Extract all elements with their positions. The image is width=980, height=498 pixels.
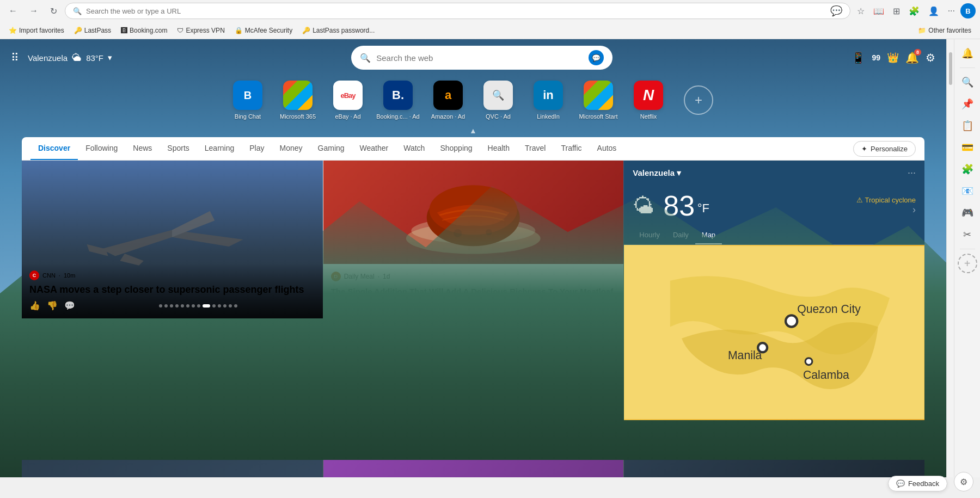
feed-tabs: Discover Following News Sports Learning … bbox=[22, 137, 924, 161]
bing-chat-search-icon[interactable]: 💬 bbox=[589, 50, 604, 65]
tab-money[interactable]: Money bbox=[272, 137, 310, 160]
sidebar-games-icon[interactable]: 🎮 bbox=[958, 203, 977, 223]
sidebar-extensions-icon[interactable]: 🧩 bbox=[958, 159, 977, 179]
favorites-icon[interactable]: ☆ bbox=[854, 4, 868, 19]
dislike-button[interactable]: 👎 bbox=[47, 300, 58, 311]
shortcut-microsoft-start[interactable]: ​ Microsoft Start bbox=[577, 81, 620, 120]
tab-traffic[interactable]: Traffic bbox=[553, 137, 589, 160]
sidebar-wallet-icon[interactable]: 💳 bbox=[958, 138, 977, 157]
settings-icon[interactable]: ⚙ bbox=[926, 51, 935, 64]
search-icon: 🔍 bbox=[73, 7, 82, 15]
bing-button[interactable]: B bbox=[960, 3, 976, 19]
collections-icon[interactable]: ⊞ bbox=[890, 4, 903, 19]
reload-button[interactable]: ↻ bbox=[46, 4, 62, 19]
bottom-card-3[interactable]: 👥 bbox=[623, 460, 924, 477]
lastpass-pw-icon: 🔑 bbox=[302, 27, 310, 34]
tab-gaming[interactable]: Gaming bbox=[310, 137, 352, 160]
bookmark-lastpass[interactable]: 🔑 LastPass bbox=[70, 25, 115, 36]
sidebar-add-button[interactable]: + bbox=[958, 254, 977, 273]
forward-button[interactable]: → bbox=[25, 4, 42, 18]
shortcut-linkedin[interactable]: in LinkedIn bbox=[526, 81, 570, 120]
shortcut-qvc[interactable]: 🔍 QVC · Ad bbox=[476, 81, 520, 120]
tab-following[interactable]: Following bbox=[78, 137, 125, 160]
shortcut-add[interactable]: + bbox=[677, 85, 720, 115]
sidebar-outlook-icon[interactable]: 📧 bbox=[958, 181, 977, 201]
device-icon[interactable]: 📱 bbox=[852, 51, 865, 64]
bottom-card-1[interactable]: 👥 bbox=[22, 460, 323, 477]
dot-13 bbox=[229, 304, 232, 308]
sidebar-favorites-icon[interactable]: 📌 bbox=[958, 94, 977, 114]
shortcut-qvc-label: QVC · Ad bbox=[486, 113, 511, 120]
tab-autos[interactable]: Autos bbox=[590, 137, 624, 160]
tab-play[interactable]: Play bbox=[242, 137, 272, 160]
scrollbar-thumb[interactable] bbox=[949, 52, 952, 85]
weather-more-icon[interactable]: ··· bbox=[908, 167, 916, 179]
dot-10 bbox=[212, 304, 216, 308]
sidebar-notifications-icon[interactable]: 🔔 bbox=[958, 44, 977, 63]
tab-learning[interactable]: Learning bbox=[197, 137, 242, 160]
sidebar-search-icon[interactable]: 🔍 bbox=[958, 72, 977, 92]
shortcut-netflix[interactable]: N Netflix bbox=[627, 81, 670, 120]
bookmark-mcafee[interactable]: 🔒 McAfee Security bbox=[230, 25, 297, 36]
right-sidebar: 🔔 🔍 📌 📋 💳 🧩 📧 🎮 ✂ + bbox=[954, 39, 980, 477]
extensions-icon[interactable]: 🧩 bbox=[905, 4, 923, 19]
shortcut-m365[interactable]: ​ Microsoft 365 bbox=[276, 81, 320, 120]
chevron-right-icon[interactable]: › bbox=[912, 204, 916, 215]
weather-map-background: Quezon City Manila Calamba bbox=[624, 245, 924, 420]
ms-start-shortcut-icon: ​ bbox=[584, 81, 613, 110]
comment-button[interactable]: 💬 bbox=[64, 300, 75, 311]
shortcut-linkedin-label: LinkedIn bbox=[537, 113, 560, 120]
bookmark-booking[interactable]: 🅱 Booking.com bbox=[117, 25, 171, 36]
crown-icon[interactable]: 👑 bbox=[887, 52, 899, 64]
tab-health[interactable]: Health bbox=[480, 137, 517, 160]
svg-point-9 bbox=[805, 358, 812, 365]
more-icon[interactable]: ··· bbox=[945, 4, 958, 18]
shortcut-ebay[interactable]: eBay eBay · Ad bbox=[326, 81, 370, 120]
tab-weather[interactable]: Weather bbox=[352, 137, 396, 160]
personalize-button[interactable]: ✦ Personalize bbox=[853, 141, 916, 157]
collapse-button[interactable]: ▲ bbox=[0, 124, 946, 137]
dot-11 bbox=[218, 304, 221, 308]
back-button[interactable]: ← bbox=[4, 4, 22, 18]
bottom-cards: 👥 👤 👥 bbox=[22, 459, 924, 477]
bottom-card-2[interactable]: 👤 bbox=[323, 460, 624, 477]
shortcut-booking[interactable]: B. Booking.c... · Ad bbox=[376, 81, 420, 120]
tab-watch[interactable]: Watch bbox=[396, 137, 432, 160]
mcafee-icon: 🔒 bbox=[235, 27, 243, 34]
tab-shopping[interactable]: Shopping bbox=[432, 137, 480, 160]
source-name: CNN bbox=[42, 272, 56, 279]
sidebar-screenshot-icon[interactable]: ✂ bbox=[958, 225, 977, 244]
newtab-search-input[interactable] bbox=[376, 53, 583, 63]
location-display[interactable]: Valenzuela 🌥 83°F ▾ bbox=[28, 52, 112, 64]
sidebar-history-icon[interactable]: 📋 bbox=[958, 116, 977, 136]
other-favorites[interactable]: 📁 Other favorites bbox=[914, 25, 976, 36]
tab-travel[interactable]: Travel bbox=[517, 137, 553, 160]
weather-alert-label: Tropical cyclone bbox=[865, 196, 916, 204]
weather-location[interactable]: Valenzuela ▾ bbox=[633, 168, 681, 178]
reading-view-icon[interactable]: 📖 bbox=[870, 4, 887, 19]
shortcut-bing-chat[interactable]: B Bing Chat bbox=[226, 81, 270, 120]
bookmarks-bar: ⭐ Import favorites 🔑 LastPass 🅱 Booking.… bbox=[0, 22, 980, 39]
bookmark-import-favorites[interactable]: ⭐ Import favorites bbox=[4, 25, 69, 36]
bookmark-expressvpn[interactable]: 🛡 Express VPN bbox=[173, 25, 229, 36]
article-time: 10m bbox=[64, 272, 75, 279]
main-article-card[interactable]: C CNN · 10m NASA moves a step closer to … bbox=[22, 161, 323, 318]
settings-gear-button[interactable]: ⚙ bbox=[954, 472, 973, 491]
address-bar[interactable]: 🔍 💬 bbox=[65, 3, 850, 19]
rewards-counter[interactable]: 99 bbox=[872, 53, 880, 62]
profile-icon[interactable]: 👤 bbox=[925, 4, 942, 19]
newtab-search-bar[interactable]: 🔍 💬 bbox=[351, 46, 612, 70]
shortcut-amazon[interactable]: a Amazon · Ad bbox=[426, 81, 470, 120]
address-input[interactable] bbox=[86, 7, 826, 15]
bing-chat-shortcut-icon: B bbox=[233, 81, 262, 110]
bookmark-lastpass-pw[interactable]: 🔑 LastPass password... bbox=[298, 25, 379, 36]
tab-discover[interactable]: Discover bbox=[30, 137, 78, 160]
grid-icon[interactable]: ⠿ bbox=[11, 51, 19, 64]
feedback-label: Feedback bbox=[908, 479, 939, 488]
tab-news[interactable]: News bbox=[125, 137, 160, 160]
like-button[interactable]: 👍 bbox=[29, 300, 40, 311]
scrollbar[interactable] bbox=[946, 39, 954, 477]
tab-sports[interactable]: Sports bbox=[160, 137, 197, 160]
feedback-button[interactable]: 💬 Feedback bbox=[888, 476, 947, 491]
cnn-logo: C bbox=[29, 270, 39, 280]
